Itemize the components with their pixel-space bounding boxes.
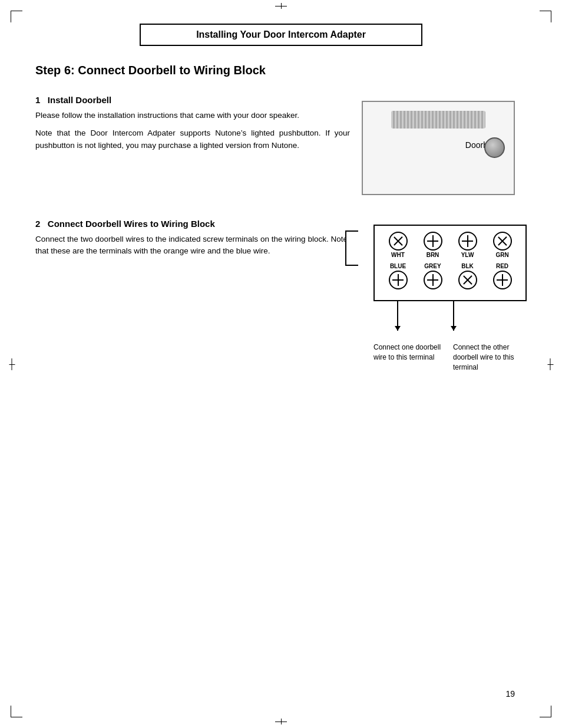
terminal-red-label: RED bbox=[496, 263, 508, 269]
page: Installing Your Door Intercom Adapter St… bbox=[0, 0, 562, 728]
terminal-blk: BLK bbox=[458, 263, 477, 289]
corner-mark-br bbox=[540, 706, 551, 717]
step1-number: 1 bbox=[35, 95, 40, 105]
wiring-row-1: WHT BRN YLW bbox=[381, 232, 520, 258]
terminal-brn-label: BRN bbox=[427, 252, 439, 258]
step-heading: Step 6: Connect Doorbell to Wiring Block bbox=[35, 64, 527, 77]
step1-row: 1 Install Doorbell Please follow the ins… bbox=[35, 95, 527, 195]
terminal-ylw: YLW bbox=[458, 232, 477, 258]
corner-mark-tl bbox=[11, 11, 22, 22]
terminal-grey: GREY bbox=[424, 263, 442, 289]
page-number: 19 bbox=[505, 689, 515, 699]
step2-row: 2 Connect Doorbell Wires to Wiring Block… bbox=[35, 219, 527, 372]
step2-content-left: 2 Connect Doorbell Wires to Wiring Block… bbox=[35, 219, 348, 263]
center-mark-left bbox=[6, 364, 18, 364]
terminal-red-screw bbox=[493, 271, 512, 289]
terminal-grn-label: GRN bbox=[495, 252, 508, 258]
arrow-left bbox=[397, 301, 398, 331]
step1-para1: Please follow the installation instructi… bbox=[35, 110, 350, 121]
wiring-row-2: BLUE GREY BLK bbox=[381, 263, 520, 289]
step1-content-right: Doorbell bbox=[362, 95, 527, 195]
step1-content-left: 1 Install Doorbell Please follow the ins… bbox=[35, 95, 350, 157]
terminal-ylw-label: YLW bbox=[461, 252, 474, 258]
doorbell-button bbox=[484, 137, 505, 158]
terminal-red: RED bbox=[493, 263, 512, 289]
center-mark-top bbox=[275, 6, 287, 6]
page-title: Installing Your Door Intercom Adapter bbox=[140, 24, 422, 46]
terminal-blk-label: BLK bbox=[461, 263, 474, 269]
wiring-side-tab bbox=[345, 230, 358, 266]
terminal-grn: GRN bbox=[493, 232, 512, 258]
terminal-grey-label: GREY bbox=[424, 263, 441, 269]
doorbell-diagram: Doorbell bbox=[362, 101, 515, 195]
step2-content-right: WHT BRN YLW bbox=[359, 219, 527, 372]
terminal-grey-screw bbox=[424, 271, 442, 289]
wiring-block: WHT BRN YLW bbox=[373, 225, 527, 301]
callout-left: Connect one doorbell wire to this termin… bbox=[373, 342, 447, 372]
step1-title-text: Install Doorbell bbox=[48, 95, 111, 105]
terminal-blue-screw bbox=[389, 271, 408, 289]
terminal-wht: WHT bbox=[389, 232, 408, 258]
terminal-wht-screw bbox=[389, 232, 408, 251]
center-mark-right bbox=[544, 364, 556, 364]
terminal-blue-label: BLUE bbox=[390, 263, 406, 269]
step1-title: 1 Install Doorbell bbox=[35, 95, 350, 105]
corner-mark-bl bbox=[11, 706, 22, 717]
callout-row: Connect one doorbell wire to this termin… bbox=[373, 342, 527, 372]
terminal-blk-screw bbox=[458, 271, 477, 289]
corner-mark-tr bbox=[540, 11, 551, 22]
terminal-ylw-screw bbox=[458, 232, 477, 251]
callout-right: Connect the other doorbell wire to this … bbox=[453, 342, 527, 372]
terminal-blue: BLUE bbox=[389, 263, 408, 289]
terminal-brn: BRN bbox=[424, 232, 442, 258]
center-mark-bottom bbox=[275, 722, 287, 722]
doorbell-grille bbox=[391, 111, 485, 129]
step2-title: 2 Connect Doorbell Wires to Wiring Block bbox=[35, 219, 348, 229]
step1-body: Please follow the installation instructi… bbox=[35, 110, 350, 151]
step2-title-text: Connect Doorbell Wires to Wiring Block bbox=[48, 219, 215, 229]
step2-body: Connect the two doorbell wires to the in… bbox=[35, 233, 348, 258]
terminal-wht-label: WHT bbox=[391, 252, 405, 258]
step2-number: 2 bbox=[35, 219, 40, 229]
wiring-diagram-wrapper: WHT BRN YLW bbox=[359, 225, 527, 301]
wiring-block-container: WHT BRN YLW bbox=[359, 225, 527, 372]
arrow-right bbox=[453, 301, 454, 331]
arrow-area bbox=[373, 301, 527, 342]
step1-para2: Note that the Door Intercom Adpater supp… bbox=[35, 127, 350, 151]
step2-para: Connect the two doorbell wires to the in… bbox=[35, 233, 348, 258]
terminal-grn-screw bbox=[493, 232, 512, 251]
terminal-brn-screw bbox=[424, 232, 442, 251]
